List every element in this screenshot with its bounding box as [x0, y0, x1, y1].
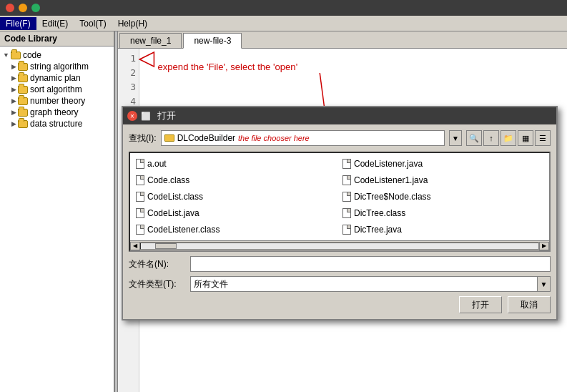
tabs-bar: new_file_1 new-file-3	[118, 31, 567, 49]
dialog-title: 打开	[157, 109, 176, 122]
cancel-button[interactable]: 取消	[508, 296, 551, 313]
tree-item-code[interactable]: ▼ code	[0, 49, 114, 61]
file-doc-icon-1	[342, 159, 351, 169]
path-folder-icon	[164, 134, 174, 142]
expand-arrow-dp: ▶	[11, 74, 16, 82]
expand-arrow-gt: ▶	[11, 109, 16, 116]
dialog-min-indicator: ⬜	[141, 112, 151, 121]
path-combo-arrow[interactable]: ▼	[449, 130, 462, 146]
menu-edit[interactable]: Edit(E)	[36, 17, 74, 30]
folder-icon-dp	[18, 74, 28, 82]
file-item-2[interactable]: Code.class	[133, 172, 340, 189]
file-doc-icon-4	[136, 192, 144, 202]
title-bar	[0, 0, 567, 16]
filetype-value: 所有文件	[194, 278, 228, 290]
path-combo[interactable]: DLCodeBuilder the file chooser here	[161, 130, 445, 146]
dialog-title-bar: × ⬜ 打开	[123, 107, 556, 124]
file-doc-icon-8	[136, 225, 144, 235]
sidebar-tree: ▼ code ▶ string algorithm ▶ dynamic plan…	[0, 46, 114, 132]
tree-item-number-theory[interactable]: ▶ number theory	[0, 95, 114, 107]
file-chooser-dialog[interactable]: × ⬜ 打开 查找(I): DLCodeBuilder the file cho…	[122, 106, 558, 320]
toolbar-buttons: 🔍 ↑ 📁 ▦ ☰	[466, 130, 551, 146]
file-doc-icon-2	[136, 175, 144, 185]
scroll-left-btn[interactable]: ◀	[130, 242, 140, 250]
file-name-4: CodeList.class	[147, 192, 203, 202]
dialog-toolbar: 查找(I): DLCodeBuilder the file chooser he…	[129, 130, 551, 146]
filetype-label: 文件类型(T):	[129, 278, 186, 290]
file-name-1: CodeListener.java	[354, 159, 423, 169]
menu-help[interactable]: Help(H)	[112, 17, 153, 30]
menu-tool[interactable]: Tool(T)	[74, 17, 112, 30]
file-name-9: DicTree.java	[354, 225, 402, 235]
horizontal-scrollbar[interactable]: ◀ ▶	[130, 240, 549, 250]
maximize-button[interactable]	[31, 4, 40, 12]
file-item-5[interactable]: DicTree$Node.class	[340, 189, 546, 205]
scroll-thumb[interactable]	[155, 243, 177, 249]
file-doc-icon-9	[342, 225, 351, 235]
filetype-dropdown-arrow[interactable]: ▼	[538, 276, 551, 292]
tree-item-string-algorithm[interactable]: ▶ string algorithm	[0, 61, 114, 72]
dialog-close-button[interactable]: ×	[127, 111, 137, 121]
tree-item-sort-algorithm[interactable]: ▶ sort algorithm	[0, 84, 114, 95]
file-item-7[interactable]: DicTree.class	[340, 205, 546, 221]
tree-label-sort: sort algorithm	[30, 84, 82, 94]
expand-arrow-nt: ▶	[11, 97, 16, 104]
scroll-track	[140, 242, 539, 250]
tree-label-ds: data structure	[30, 119, 82, 129]
expand-arrow: ▼	[3, 52, 9, 59]
line-num-3: 3	[121, 80, 136, 94]
file-list: a.out CodeListener.java Code.class CodeL…	[130, 153, 549, 240]
file-item-9[interactable]: DicTree.java	[340, 221, 546, 237]
file-item-3[interactable]: CodeListener1.java	[340, 172, 546, 189]
close-button[interactable]	[6, 4, 14, 12]
dialog-buttons: 打开 取消	[129, 296, 551, 313]
tree-item-data-structure[interactable]: ▶ data structure	[0, 118, 114, 129]
file-name-0: a.out	[147, 159, 167, 169]
folder-icon-sort	[18, 86, 28, 94]
file-item-4[interactable]: CodeList.class	[133, 189, 340, 205]
tree-item-graph-theory[interactable]: ▶ graph theory	[0, 107, 114, 118]
file-doc-icon-6	[136, 208, 144, 218]
folder-icon-sa	[18, 63, 28, 71]
tree-label-dp: dynamic plan	[30, 73, 81, 83]
file-name-7: DicTree.class	[354, 208, 405, 218]
filename-input[interactable]	[190, 256, 551, 272]
minimize-button[interactable]	[19, 4, 27, 12]
file-name-5: DicTree$Node.class	[354, 192, 431, 202]
menu-bar: File(F) Edit(E) Tool(T) Help(H)	[0, 16, 567, 31]
tree-label-gt: graph theory	[30, 107, 78, 117]
filetype-row: 文件类型(T): 所有文件 ▼	[129, 276, 551, 292]
file-doc-icon-0	[136, 159, 144, 169]
toolbar-btn-list[interactable]: ☰	[535, 130, 551, 146]
scroll-right-btn[interactable]: ▶	[539, 242, 549, 250]
sidebar-title: Code Library	[0, 31, 114, 46]
toolbar-btn-grid[interactable]: ▦	[518, 130, 533, 146]
line-num-2: 2	[121, 66, 136, 80]
sidebar: Code Library ▼ code ▶ string algorithm ▶…	[0, 31, 114, 392]
toolbar-btn-search[interactable]: 🔍	[466, 130, 482, 146]
tab-new-file-3[interactable]: new-file-3	[183, 33, 242, 49]
file-item-6[interactable]: CodeList.java	[133, 205, 340, 221]
path-name: DLCodeBuilder	[177, 133, 235, 143]
expand-arrow-sa: ▶	[11, 63, 16, 70]
line-num-1: 1	[121, 52, 136, 66]
search-label: 查找(I):	[129, 132, 157, 144]
tree-item-dynamic-plan[interactable]: ▶ dynamic plan	[0, 72, 114, 84]
folder-icon-gt	[18, 109, 28, 117]
file-list-container: a.out CodeListener.java Code.class CodeL…	[129, 152, 551, 252]
tab-new-file-1[interactable]: new_file_1	[119, 33, 182, 48]
file-item-1[interactable]: CodeListener.java	[340, 156, 546, 172]
file-doc-icon-5	[342, 192, 351, 202]
toolbar-btn-up[interactable]: ↑	[483, 130, 499, 146]
file-item-8[interactable]: CodeListener.class	[133, 221, 340, 237]
filetype-select-container: 所有文件 ▼	[190, 276, 551, 292]
file-name-8: CodeListener.class	[147, 225, 220, 235]
file-item-0[interactable]: a.out	[133, 156, 340, 172]
toolbar-btn-folder[interactable]: 📁	[501, 130, 516, 146]
filetype-select[interactable]: 所有文件	[190, 276, 538, 292]
file-name-3: CodeListener1.java	[354, 175, 428, 185]
tree-label-nt: number theory	[30, 96, 85, 106]
open-button[interactable]: 打开	[459, 296, 502, 313]
menu-file[interactable]: File(F)	[0, 17, 36, 30]
path-annotation: the file chooser here	[238, 134, 310, 142]
